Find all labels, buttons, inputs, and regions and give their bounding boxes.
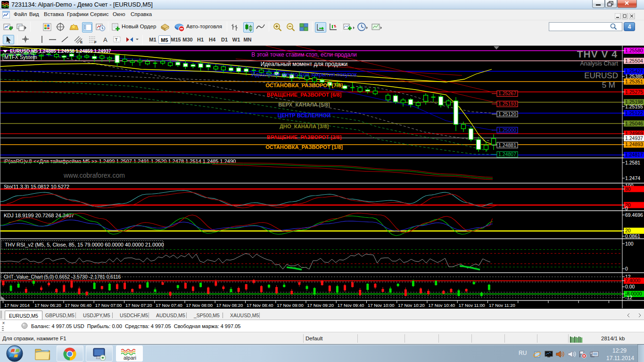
svg-text:1.24807: 1.24807	[498, 151, 516, 157]
svg-text:17 Nov 08:00: 17 Nov 08:00	[186, 303, 213, 308]
svg-text:17 Nov 10:20: 17 Nov 10:20	[398, 303, 425, 308]
svg-text:0.00: 0.00	[625, 284, 635, 289]
svg-text:1.24937: 1.24937	[625, 135, 643, 141]
svg-text:В этой точке ставим стоп, если: В этой точке ставим стоп, если продали	[251, 51, 356, 58]
svg-text:F: F	[94, 40, 97, 44]
svg-text:1.25155: 1.25155	[625, 104, 643, 109]
svg-text:1.2581: 1.2581	[625, 160, 640, 165]
svg-text:17 Nov 10:40: 17 Nov 10:40	[429, 303, 455, 308]
svg-text:1.24881: 1.24881	[498, 142, 516, 148]
svg-text:0: 0	[625, 266, 628, 272]
svg-text:ВРАЩЕНИЕ_РАЗВОРОТ [2/8]: ВРАЩЕНИЕ_РАЗВОРОТ [2/8]	[267, 134, 342, 140]
svg-text:1.25193: 1.25193	[498, 101, 516, 107]
svg-text:17 Nov 09:00: 17 Nov 09:00	[277, 303, 304, 308]
svg-text:17 Nov 07:00: 17 Nov 07:00	[95, 303, 122, 308]
svg-text:1.2474: 1.2474	[625, 175, 640, 181]
svg-text:17 Nov 11:00: 17 Nov 11:00	[459, 303, 485, 308]
svg-text:A: A	[103, 36, 107, 43]
svg-text:alpari: alpari	[124, 355, 136, 361]
svg-text:Идеальное место для закрытия п: Идеальное место для закрытия покупок	[251, 71, 357, 78]
svg-text:17 Nov 09:40: 17 Nov 09:40	[338, 303, 364, 308]
svg-text:17 Nov 11:20: 17 Nov 11:20	[489, 303, 515, 308]
svg-text:0.0861: 0.0861	[625, 233, 640, 239]
svg-text:MTFX System: MTFX System	[4, 54, 37, 60]
svg-text:Идеальный момент для продажи: Идеальный момент для продажи	[261, 61, 348, 67]
svg-text:1.25000: 1.25000	[498, 127, 516, 133]
svg-text:ОСТАНОВКА_РАЗВОРОТ [7/8]: ОСТАНОВКА_РАЗВОРОТ [7/8]	[265, 82, 343, 88]
svg-text:1.25275: 1.25275	[625, 89, 643, 95]
svg-text:17 Nov 06:20: 17 Nov 06:20	[34, 303, 61, 308]
svg-text:EURUSD,M5 1.24885 1.24938 1.2: EURUSD,M5 1.24885 1.24938 1.24859 1.2493…	[10, 49, 111, 54]
svg-text:ВРАЩЕНИЕ_РАЗВОРОТ [6/8]: ВРАЩЕНИЕ_РАЗВОРОТ [6/8]	[267, 92, 342, 98]
svg-text:E: E	[80, 40, 83, 44]
svg-text:17 Nov 09:20: 17 Nov 09:20	[307, 303, 334, 308]
svg-text:17 Nov 08:20: 17 Nov 08:20	[216, 303, 243, 308]
svg-text:1.24893: 1.24893	[625, 141, 643, 147]
svg-text:17 Nov 10:00: 17 Nov 10:00	[368, 303, 395, 308]
svg-text:1.25580: 1.25580	[625, 48, 643, 53]
svg-text:17 Nov 08:40: 17 Nov 08:40	[247, 303, 273, 308]
svg-text:17 Nov 07:40: 17 Nov 07:40	[156, 303, 182, 308]
svg-text:1.25351: 1.25351	[625, 79, 643, 84]
svg-text:69.4696: 69.4696	[625, 212, 643, 218]
svg-text:20: 20	[625, 228, 631, 233]
svg-text:1.25046: 1.25046	[625, 121, 643, 126]
svg-text:Analysis Chart: Analysis Chart	[580, 60, 618, 67]
svg-text:ЦЕНТР ВСЕЛЕННОЙ: ЦЕНТР ВСЕЛЕННОЙ	[278, 113, 331, 118]
svg-text:THV RSI_v2 (M5, 5, Close,: THV RSI_v2 (M5, 5, Close, 85, 15 79.0000…	[5, 242, 164, 247]
svg-text:1.25267: 1.25267	[498, 90, 516, 96]
svg-text:17 Nov 07:20: 17 Nov 07:20	[125, 303, 152, 308]
svg-text:-12: -12	[625, 295, 632, 300]
svg-text:1.25122: 1.25122	[625, 110, 643, 116]
svg-text:1.25504: 1.25504	[625, 58, 643, 64]
svg-text:ДНО_КАНАЛА [3/8]: ДНО_КАНАЛА [3/8]	[280, 123, 329, 129]
svg-text:THV V 4: THV V 4	[577, 49, 618, 59]
svg-text:17 Nov 06:40: 17 Nov 06:40	[65, 303, 92, 308]
svg-text:ВЕРХ_КАНАЛА [5/8]: ВЕРХ_КАНАЛА [5/8]	[278, 102, 330, 107]
svg-text:7.4000: 7.4000	[625, 278, 640, 283]
svg-text:0: 0	[625, 206, 628, 211]
svg-text:17 Nov 2014: 17 Nov 2014	[4, 303, 30, 308]
svg-text:1.24817: 1.24817	[625, 152, 643, 157]
svg-text:EURUSD: EURUSD	[584, 71, 618, 80]
svg-text:ОСТАНОВКА_РАЗВОРОТ [1/8]: ОСТАНОВКА_РАЗВОРОТ [1/8]	[265, 144, 343, 150]
svg-text:1.25120: 1.25120	[498, 111, 516, 117]
svg-text:www.cobraforex.com: www.cobraforex.com	[63, 172, 125, 179]
svg-text:80: 80	[625, 186, 631, 192]
svg-text:T: T	[115, 37, 118, 42]
svg-text:5 M: 5 M	[602, 81, 615, 90]
svg-text:100: 100	[625, 241, 634, 247]
